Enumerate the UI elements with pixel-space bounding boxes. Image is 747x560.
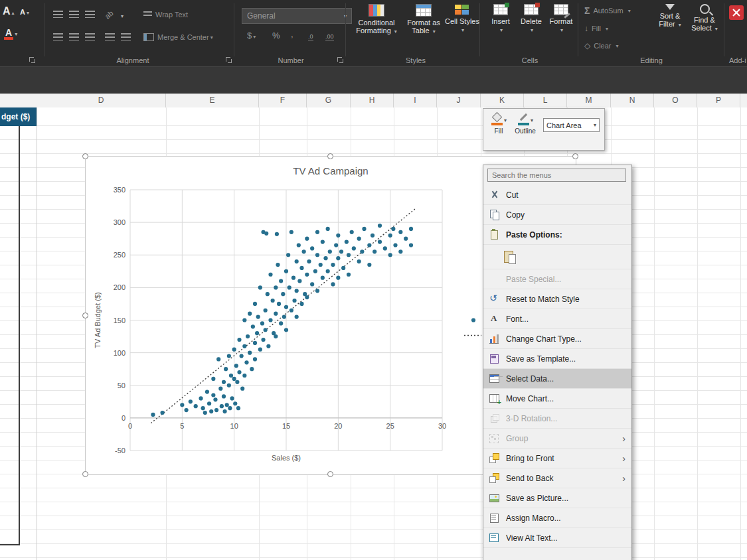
chart-element-select[interactable]: Chart Area▾ [543,118,600,132]
selection-handle[interactable] [327,471,333,477]
column-header-N[interactable]: N [611,94,654,107]
number-group-label: Number [238,56,344,64]
fill-down-button[interactable]: ↓Fill▾ [584,24,608,33]
column-header-M[interactable]: M [567,94,611,107]
column-header-E[interactable]: E [166,94,259,107]
decrease-indent-icon[interactable] [105,33,115,40]
menu-item-change-chart-type[interactable]: Change Chart Type... [483,329,631,349]
selection-handle[interactable] [82,313,88,318]
align-top-icon[interactable] [53,11,63,18]
cell-styles-button[interactable]: Cell Styles ▾ [444,4,481,35]
orientation-button[interactable]: ab [104,9,115,20]
shrink-font-glyph: A [20,8,25,16]
svg-text:5: 5 [180,422,184,430]
menu-item-font[interactable]: Font... [483,309,631,329]
conditional-formatting-button[interactable]: Conditional Formatting ▾ [355,4,398,36]
menu-item-save-picture[interactable]: Save as Picture... [483,488,631,508]
menu-item-bring-front[interactable]: Bring to Front› [483,449,631,468]
find-select-button[interactable]: Find & Select ▾ [688,4,721,33]
menu-item-partial [483,548,631,560]
column-header-P[interactable]: P [697,94,740,107]
font-color-button[interactable]: A▾ [4,28,17,40]
menu-item-cut[interactable]: Cut [483,185,631,205]
svg-text:0: 0 [128,422,132,430]
chart-element-value: Chart Area [546,121,582,129]
delete-button[interactable]: Delete▾ [517,4,546,33]
menu-item-assign-macro[interactable]: Assign Macro... [483,508,631,528]
wrap-text-button[interactable]: Wrap Text [143,11,188,19]
menu-item-paste-options[interactable]: Paste Options: [483,225,631,245]
increase-font-size-button[interactable]: A▴ [3,5,15,17]
menu-item-label: Group [506,434,528,443]
fill-button[interactable]: ▾ Fill [486,113,511,146]
column-header-L[interactable]: L [524,94,567,107]
decrease-font-size-button[interactable]: A▾ [20,8,29,16]
autosum-button[interactable]: ΣAutoSum▾ [584,5,631,16]
format-as-table-button[interactable]: Format as Table ▾ [402,4,445,36]
comma-style-button[interactable]: , [291,29,293,39]
column-header-H[interactable]: H [351,94,394,107]
selection-handle[interactable] [82,471,88,477]
reset-icon [489,293,500,305]
styles-group-label: Styles [351,56,481,64]
number-format-value: General [247,11,276,21]
column-header-G[interactable]: G [307,94,351,107]
percent-style-button[interactable]: % [272,31,280,40]
column-header-K[interactable]: K [481,94,524,107]
increase-indent-icon[interactable] [121,33,131,40]
number-dialog-launcher-icon[interactable] [337,57,343,63]
svg-text:TV Ad Campaign: TV Ad Campaign [293,165,368,176]
decrease-decimal-button[interactable]: .00 [325,33,334,40]
menu-item-view-alt-text[interactable]: View Alt Text... [483,528,631,548]
column-header-F[interactable]: F [259,94,307,107]
insert-button[interactable]: Insert▾ [486,4,515,33]
align-middle-icon[interactable] [69,11,79,18]
menu-item-save-template[interactable]: Save as Template... [483,349,631,369]
paste-option-button[interactable] [483,245,631,269]
align-center-icon[interactable] [69,33,79,40]
column-header-D[interactable]: D [37,94,166,107]
menu-item-move-chart[interactable]: Move Chart... [483,389,631,409]
row-divider-line [0,544,19,545]
format-button[interactable]: Format▾ [546,4,576,33]
font-dialog-launcher-icon[interactable] [29,57,35,63]
svg-text:20: 20 [334,422,342,430]
column-header-I[interactable]: I [394,94,437,107]
context-menu: CutCopyPaste Options:Paste Special...Res… [483,165,632,560]
funnel-icon [665,4,675,10]
column-header-J[interactable]: J [437,94,481,107]
selection-handle[interactable] [572,153,578,159]
column-header-O[interactable]: O [654,94,697,107]
accounting-format-button[interactable]: $▾ [247,31,256,40]
left-frozen-cell[interactable]: dget ($) [0,107,37,126]
align-bottom-icon[interactable] [85,11,95,18]
increase-decimal-button[interactable]: .0 [308,33,313,40]
menu-item-rotation-3d: 3-D Rotation... [483,409,631,429]
align-left-icon[interactable] [53,33,63,40]
menu-item-label: View Alt Text... [506,533,558,543]
menu-item-reset-style[interactable]: Reset to Match Style [483,289,631,309]
alignment-dialog-launcher-icon[interactable] [226,57,232,63]
align-right-icon[interactable] [85,33,95,40]
menu-search-input[interactable] [487,169,626,182]
clear-button[interactable]: ◇Clear▾ [584,41,619,50]
menu-item-copy[interactable]: Copy [483,205,631,225]
menu-item-select-data[interactable]: Select Data... [483,369,631,389]
selection-handle[interactable] [82,153,88,159]
wrap-text-icon [143,11,152,18]
menu-item-send-back[interactable]: Send to Back› [483,468,631,488]
add-ins-icon[interactable] [729,5,744,20]
number-format-select[interactable]: General▾ [242,8,352,24]
merge-center-button[interactable]: Merge & Center▾ [143,33,213,41]
svg-text:10: 10 [230,422,238,430]
grid-line [697,107,698,560]
grid-line [654,107,655,560]
sort-filter-button[interactable]: Sort & Filter ▾ [653,4,687,29]
svg-text:25: 25 [386,422,394,430]
outline-button[interactable]: ▾ Outline [513,113,538,146]
alignment-group-label: Alignment [46,56,219,64]
svg-text:200: 200 [114,283,125,291]
selection-handle[interactable] [327,153,333,159]
cells-group-label: Cells [482,56,578,64]
paste-icon [503,249,517,264]
